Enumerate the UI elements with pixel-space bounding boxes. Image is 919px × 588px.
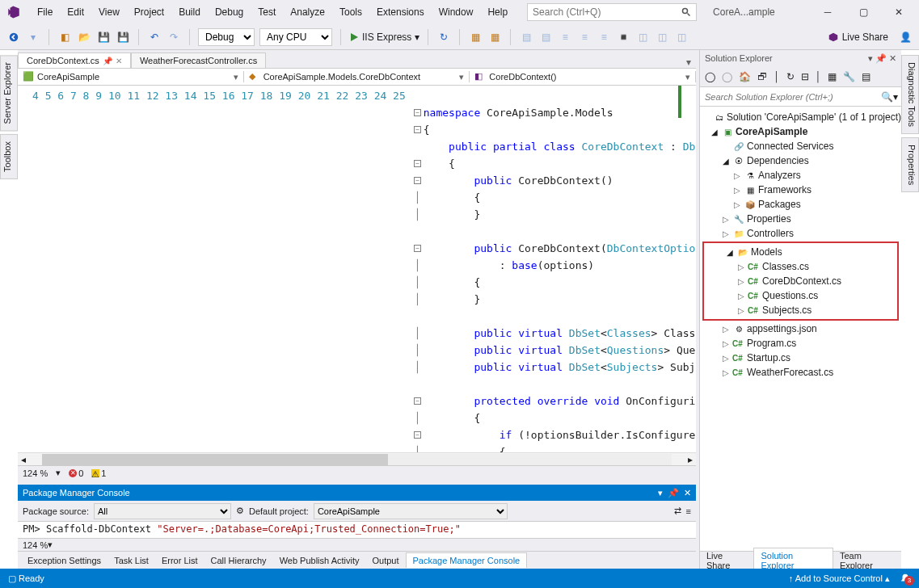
tab-exception[interactable]: Exception Settings bbox=[21, 553, 107, 568]
menu-window[interactable]: Window bbox=[432, 2, 480, 23]
menu-project[interactable]: Project bbox=[128, 2, 171, 23]
server-explorer-tab[interactable]: Server Explorer bbox=[0, 55, 18, 131]
dropdown-icon[interactable]: ▾ bbox=[868, 53, 873, 64]
tree-weather[interactable]: ▷C#WeatherForecast.cs bbox=[700, 365, 901, 380]
tab-tasklist[interactable]: Task List bbox=[107, 553, 155, 568]
search-icon[interactable] bbox=[681, 7, 691, 17]
notifications-button[interactable]: 3 bbox=[900, 573, 911, 584]
toolbar-icon[interactable]: ▤ bbox=[519, 30, 533, 44]
refresh-button[interactable]: ↻ bbox=[436, 30, 451, 44]
new-project-button[interactable]: ◧ bbox=[57, 30, 72, 44]
home-icon[interactable]: 🏠 bbox=[739, 71, 751, 82]
nav-project[interactable]: 🟩 CoreApiSample▾ bbox=[18, 71, 244, 82]
sol-exp-tree[interactable]: 🗂Solution 'CoreApiSample' (1 of 1 projec… bbox=[700, 107, 901, 551]
status-source-control[interactable]: ↑ Add to Source Control ▴ bbox=[789, 573, 890, 584]
quick-launch-input[interactable] bbox=[533, 6, 670, 18]
toolbar-icon[interactable]: ▤ bbox=[538, 30, 553, 44]
sol-exp-search[interactable]: 🔍▾ bbox=[700, 87, 901, 107]
doc-dropdown[interactable]: ▾ bbox=[681, 57, 696, 68]
platform-dropdown[interactable]: Any CPU bbox=[259, 28, 332, 46]
config-dropdown[interactable]: Debug bbox=[198, 28, 255, 46]
pmc-project-dropdown[interactable]: CoreApiSample bbox=[314, 503, 508, 519]
menu-analyze[interactable]: Analyze bbox=[284, 2, 331, 23]
menu-edit[interactable]: Edit bbox=[61, 2, 91, 23]
nav-back-button[interactable] bbox=[6, 30, 21, 44]
tree-questions-cs[interactable]: ▷C#Questions.cs bbox=[704, 288, 897, 303]
close-icon[interactable]: ✕ bbox=[889, 53, 896, 64]
open-file-button[interactable]: 📂 bbox=[77, 30, 91, 44]
close-icon[interactable]: ✕ bbox=[116, 57, 122, 65]
zoom-level[interactable]: 124 % bbox=[23, 468, 48, 478]
pmc-icon[interactable]: ⇄ bbox=[674, 506, 681, 516]
tree-analyzers[interactable]: ▷⚗Analyzers bbox=[700, 168, 901, 183]
close-button[interactable]: ✕ bbox=[888, 6, 909, 18]
pin-icon[interactable]: 📌 bbox=[875, 53, 887, 64]
tab-errorlist[interactable]: Error List bbox=[155, 553, 204, 568]
toolbar-icon[interactable]: ▦ bbox=[468, 30, 483, 44]
tree-packages[interactable]: ▷📦Packages bbox=[700, 197, 901, 212]
maximize-button[interactable]: ▢ bbox=[853, 6, 874, 18]
properties-icon[interactable]: 🔧 bbox=[843, 71, 855, 82]
error-count[interactable]: ✕0 bbox=[69, 468, 83, 478]
undo-button[interactable]: ↶ bbox=[147, 30, 162, 44]
tab-pmc[interactable]: Package Manager Console bbox=[406, 552, 528, 568]
toolbar-icon[interactable]: ◫ bbox=[635, 30, 650, 44]
toolbar-icon[interactable]: ▦ bbox=[487, 30, 502, 44]
quick-launch[interactable] bbox=[527, 3, 697, 21]
pmc-title[interactable]: Package Manager Console ▾ 📌 ✕ bbox=[18, 485, 696, 501]
code-text[interactable]: namespace CoreApiSample.Models { public … bbox=[424, 86, 696, 452]
back-icon[interactable]: ◯ bbox=[705, 71, 715, 82]
save-button[interactable]: 💾 bbox=[96, 30, 111, 44]
collapse-icon[interactable]: ⊟ bbox=[801, 71, 809, 82]
pmc-source-dropdown[interactable]: All bbox=[94, 503, 231, 519]
nav-class[interactable]: ◆ CoreApiSample.Models.CoreDbContext▾ bbox=[244, 71, 470, 82]
tree-subjects-cs[interactable]: ▷C#Subjects.cs bbox=[704, 303, 897, 317]
pmc-icon[interactable]: ≡ bbox=[686, 506, 691, 516]
toolbox-tab[interactable]: Toolbox bbox=[0, 134, 18, 179]
toolbar-icon[interactable]: ≡ bbox=[558, 30, 572, 44]
fold-gutter[interactable]: − − − − │ │ − │ │ │ │ │ │ − │ − │ bbox=[412, 86, 424, 452]
fwd-icon[interactable]: ◯ bbox=[722, 71, 732, 82]
tree-controllers[interactable]: ▷📁Controllers bbox=[700, 226, 901, 241]
tree-startup[interactable]: ▷C#Startup.cs bbox=[700, 351, 901, 365]
tree-properties[interactable]: ▷🔧Properties bbox=[700, 212, 901, 226]
tab-callhierarchy[interactable]: Call Hierarchy bbox=[204, 553, 273, 568]
properties-tab[interactable]: Properties bbox=[901, 137, 919, 192]
menu-file[interactable]: File bbox=[31, 2, 59, 23]
pin-icon[interactable]: 📌 bbox=[668, 488, 679, 498]
pin-icon[interactable]: 📌 bbox=[103, 57, 112, 65]
horizontal-scrollbar[interactable]: ◂▸ bbox=[18, 452, 696, 465]
redo-button[interactable]: ↷ bbox=[167, 30, 181, 44]
tree-appsettings[interactable]: ▷⚙appsettings.json bbox=[700, 321, 901, 336]
menu-tools[interactable]: Tools bbox=[333, 2, 369, 23]
tree-solution[interactable]: 🗂Solution 'CoreApiSample' (1 of 1 projec… bbox=[700, 110, 901, 124]
tab-output[interactable]: Output bbox=[365, 553, 405, 568]
tab-webpublish[interactable]: Web Publish Activity bbox=[273, 553, 366, 568]
preview-icon[interactable]: ▤ bbox=[862, 71, 871, 82]
tree-models[interactable]: ◢📂Models bbox=[704, 245, 897, 259]
tree-dependencies[interactable]: ◢⦿Dependencies bbox=[700, 153, 901, 168]
tree-frameworks[interactable]: ▷▦Frameworks bbox=[700, 183, 901, 197]
bookmark-icon[interactable]: ◾ bbox=[616, 30, 630, 44]
refresh-icon[interactable]: ↻ bbox=[786, 71, 795, 82]
warning-count[interactable]: ⚠1 bbox=[91, 468, 106, 478]
sol-exp-search-input[interactable] bbox=[703, 90, 881, 103]
pmc-dropdown-icon[interactable]: ▾ bbox=[658, 488, 663, 498]
live-share-button[interactable]: Live Share bbox=[823, 32, 893, 43]
sync-icon[interactable]: 🗗 bbox=[757, 71, 767, 82]
tree-project[interactable]: ◢▣CoreApiSample bbox=[700, 124, 901, 139]
search-icon[interactable]: 🔍 bbox=[881, 91, 893, 103]
tree-classes-cs[interactable]: ▷C#Classes.cs bbox=[704, 259, 897, 274]
close-icon[interactable]: ✕ bbox=[684, 488, 691, 498]
sol-exp-header[interactable]: Solution Explorer ▾ 📌 ✕ bbox=[700, 50, 901, 66]
menu-extensions[interactable]: Extensions bbox=[370, 2, 431, 23]
nav-forward-button[interactable]: ▾ bbox=[26, 30, 40, 44]
code-editor[interactable]: 4 5 6 7 8 9 10 11 12 13 14 15 16 17 18 1… bbox=[18, 86, 696, 452]
tab-weatherforecast[interactable]: WeatherForecastController.cs bbox=[131, 52, 266, 68]
tab-coredbcontext[interactable]: CoreDbContext.cs 📌 ✕ bbox=[18, 52, 131, 68]
tree-coredbcontext-cs[interactable]: ▷C#CoreDbContext.cs bbox=[704, 274, 897, 288]
menu-test[interactable]: Test bbox=[251, 2, 282, 23]
menu-help[interactable]: Help bbox=[481, 2, 514, 23]
nav-member[interactable]: ◧ CoreDbContext()▾ bbox=[470, 71, 696, 82]
toolbar-icon[interactable]: ◫ bbox=[655, 30, 669, 44]
